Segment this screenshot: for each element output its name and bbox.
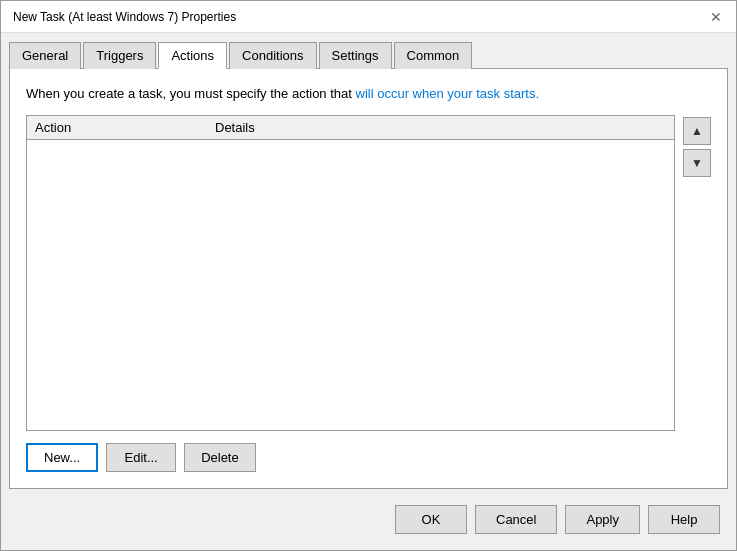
tab-triggers-label: Triggers [96, 48, 143, 63]
window-title: New Task (At least Windows 7) Properties [13, 10, 236, 24]
col-action-header: Action [35, 120, 215, 135]
close-button[interactable]: ✕ [704, 5, 728, 29]
tab-triggers[interactable]: Triggers [83, 42, 156, 69]
tab-common-label: Common [407, 48, 460, 63]
tab-conditions-label: Conditions [242, 48, 303, 63]
action-buttons: New... Edit... Delete [26, 443, 711, 472]
footer: OK Cancel Apply Help [1, 497, 736, 550]
delete-button[interactable]: Delete [184, 443, 256, 472]
description-highlight: will occur when your task starts. [356, 86, 540, 101]
main-window: New Task (At least Windows 7) Properties… [0, 0, 737, 551]
content-area: When you create a task, you must specify… [9, 68, 728, 489]
tab-settings-label: Settings [332, 48, 379, 63]
table-body[interactable] [27, 140, 674, 430]
tab-common[interactable]: Common [394, 42, 473, 69]
apply-button[interactable]: Apply [565, 505, 640, 534]
table-header: Action Details [27, 116, 674, 140]
edit-button[interactable]: Edit... [106, 443, 176, 472]
new-button[interactable]: New... [26, 443, 98, 472]
tab-bar: General Triggers Actions Conditions Sett… [1, 33, 736, 68]
tab-general-label: General [22, 48, 68, 63]
help-button[interactable]: Help [648, 505, 720, 534]
tab-conditions[interactable]: Conditions [229, 42, 316, 69]
actions-table-container: Action Details ▲ ▼ [26, 115, 711, 431]
move-down-button[interactable]: ▼ [683, 149, 711, 177]
tab-actions-label: Actions [171, 48, 214, 63]
col-details-header: Details [215, 120, 666, 135]
tab-actions[interactable]: Actions [158, 42, 227, 69]
arrow-up-icon: ▲ [691, 124, 703, 138]
tab-general[interactable]: General [9, 42, 81, 69]
ok-button[interactable]: OK [395, 505, 467, 534]
tab-settings[interactable]: Settings [319, 42, 392, 69]
actions-table: Action Details [26, 115, 675, 431]
title-bar: New Task (At least Windows 7) Properties… [1, 1, 736, 33]
move-up-button[interactable]: ▲ [683, 117, 711, 145]
description-text: When you create a task, you must specify… [26, 85, 711, 103]
arrow-down-icon: ▼ [691, 156, 703, 170]
cancel-button[interactable]: Cancel [475, 505, 557, 534]
arrow-buttons: ▲ ▼ [683, 115, 711, 431]
